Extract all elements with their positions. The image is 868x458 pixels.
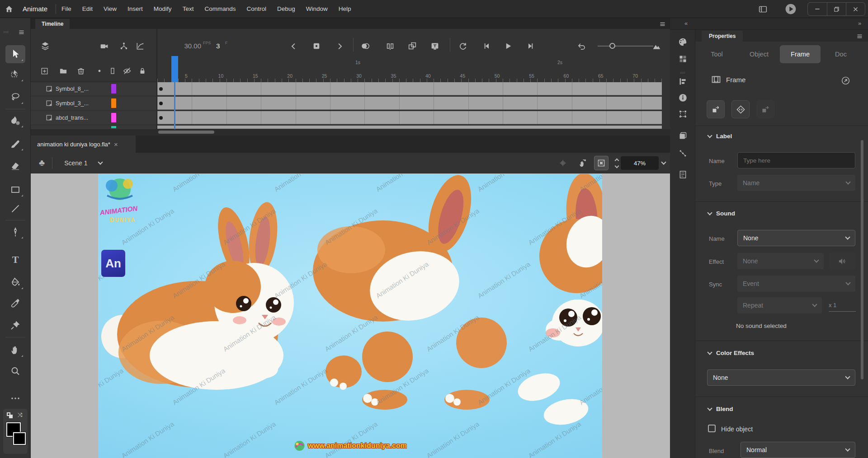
menu-item[interactable]: Text	[177, 0, 199, 18]
workspace-panels-icon[interactable]	[757, 4, 768, 14]
edit-scene-icon[interactable]: ♣	[39, 158, 45, 168]
frames-area[interactable]: 1s 2s 51015202530354045505560657075	[156, 54, 662, 129]
highlight-layers-icon[interactable]	[94, 66, 104, 76]
timeline-scrollbar-thumb[interactable]	[158, 131, 214, 134]
align-panel-icon[interactable]	[678, 76, 688, 86]
insert-keyframe-button[interactable]	[311, 41, 322, 51]
color-panel-icon[interactable]	[678, 37, 688, 47]
menu-item[interactable]: Window	[301, 0, 333, 18]
step-forward-button[interactable]	[525, 41, 536, 51]
expand-panels-icon[interactable]: »	[858, 20, 861, 27]
tab-frame[interactable]: Frame	[780, 45, 821, 63]
keyframe-dot[interactable]	[159, 116, 163, 120]
hand-tool[interactable]	[5, 341, 25, 359]
collapse-panels-icon[interactable]: «	[684, 20, 688, 27]
menu-item[interactable]: Edit	[77, 0, 98, 18]
layer-color-swatch[interactable]	[111, 84, 116, 93]
rotation-tool-icon[interactable]	[577, 158, 588, 168]
layers-view-icon[interactable]	[40, 41, 51, 51]
restore-button[interactable]	[827, 3, 846, 15]
show-parenting-button[interactable]	[118, 41, 129, 51]
asset-warp-tool[interactable]	[5, 316, 25, 334]
scene-name[interactable]: Scene 1	[64, 159, 87, 167]
sound-name-dropdown[interactable]: None	[737, 230, 855, 246]
snapping-icon[interactable]	[558, 158, 568, 168]
partial-layer-row[interactable]	[31, 126, 156, 129]
layer-color-swatch[interactable]	[111, 113, 116, 122]
clip-content-button[interactable]	[594, 156, 609, 170]
zoom-timeline-fit-button[interactable]	[651, 41, 662, 51]
paint-bucket-tool[interactable]	[5, 273, 25, 291]
hide-object-checkbox[interactable]	[708, 425, 716, 432]
timeline-zoom-slider-knob[interactable]	[609, 43, 615, 49]
tab-doc[interactable]: Doc	[821, 51, 861, 58]
default-colors-icon[interactable]	[7, 412, 13, 419]
fluid-brush-tool[interactable]	[5, 112, 25, 130]
fps-value[interactable]: 30.00	[170, 42, 201, 50]
add-camera-button[interactable]	[99, 41, 109, 51]
text-tool[interactable]: T	[5, 251, 25, 269]
pasteboard[interactable]: ANIMATION DUNIYA Animation Ki DuniyaAnim…	[31, 173, 670, 458]
outline-layers-icon[interactable]	[108, 66, 118, 76]
stage[interactable]: ANIMATION DUNIYA Animation Ki DuniyaAnim…	[98, 174, 602, 458]
layer-row[interactable]: abcd_trans...	[31, 111, 156, 124]
onion-skin-outlines-button[interactable]	[385, 41, 396, 51]
insert-keyframe-quick-button[interactable]	[707, 100, 725, 118]
reset-timeline-zoom-button[interactable]	[576, 41, 587, 51]
label-name-input[interactable]	[737, 152, 855, 168]
rectangle-tool[interactable]	[5, 181, 25, 199]
subselection-tool[interactable]	[5, 65, 25, 84]
menu-item[interactable]: File	[56, 0, 77, 18]
line-tool[interactable]	[5, 200, 25, 218]
edit-toolbar-button[interactable]	[5, 389, 25, 407]
info-panel-icon[interactable]	[678, 93, 688, 103]
tab-object[interactable]: Object	[738, 51, 780, 58]
current-frame-value[interactable]: 3	[216, 42, 220, 50]
selection-tool[interactable]	[5, 45, 25, 63]
close-button[interactable]	[846, 3, 865, 15]
timeline-ruler[interactable]: 1s 2s 51015202530354045505560657075	[157, 54, 669, 82]
timeline-zoom-slider[interactable]	[598, 46, 653, 47]
zoom-stepper[interactable]	[613, 156, 620, 170]
classic-brush-tool[interactable]	[5, 135, 25, 153]
actions-button[interactable]	[731, 100, 750, 118]
pen-tool[interactable]	[5, 223, 25, 241]
menu-item[interactable]: Insert	[122, 0, 148, 18]
tab-properties[interactable]: Properties	[702, 31, 743, 42]
properties-scrollbar-thumb[interactable]	[861, 140, 863, 379]
sound-section-header[interactable]: Sound	[708, 210, 735, 217]
test-movie-button[interactable]	[784, 3, 797, 15]
new-folder-button[interactable]	[58, 66, 68, 76]
tab-tool[interactable]: Tool	[695, 51, 738, 58]
minimize-button[interactable]	[808, 3, 827, 15]
external-link-icon[interactable]	[840, 75, 851, 86]
output-panel-icon[interactable]	[678, 169, 688, 179]
layer-name[interactable]: Symbol_3_...	[56, 100, 89, 107]
swatches-panel-icon[interactable]	[678, 54, 688, 64]
fill-color-swatch[interactable]	[13, 432, 26, 445]
home-button[interactable]	[0, 0, 18, 18]
frame-graph-button[interactable]	[135, 41, 146, 51]
layer-row[interactable]: Symbol_3_...	[31, 97, 156, 110]
swap-colors-icon[interactable]: ⤨	[18, 411, 25, 419]
blend-section-header[interactable]: Blend	[708, 406, 733, 412]
lock-all-layers-icon[interactable]	[137, 66, 147, 76]
menu-item[interactable]: Control	[241, 0, 272, 18]
next-keyframe-button[interactable]	[334, 41, 345, 51]
label-section-header[interactable]: Label	[708, 133, 732, 140]
play-button[interactable]	[503, 41, 514, 51]
zoom-level-field[interactable]: 47%	[621, 156, 659, 170]
tab-timeline[interactable]: Timeline	[35, 19, 70, 29]
timeline-panel-menu-icon[interactable]	[658, 20, 666, 28]
menu-item[interactable]: Debug	[272, 0, 301, 18]
layer-name[interactable]: Symbol_8_...	[56, 86, 89, 92]
delete-layer-button[interactable]	[76, 66, 86, 76]
transform-panel-icon[interactable]	[678, 109, 688, 119]
toolbar-menu-icon[interactable]	[17, 28, 25, 36]
show-hide-all-layers-icon[interactable]	[122, 66, 132, 76]
layer-color-swatch[interactable]	[111, 98, 116, 108]
frame-span-row[interactable]	[157, 111, 663, 124]
frame-span-row[interactable]	[157, 97, 663, 110]
menu-item[interactable]: Modify	[148, 0, 177, 18]
keyframe-dot[interactable]	[159, 87, 163, 91]
